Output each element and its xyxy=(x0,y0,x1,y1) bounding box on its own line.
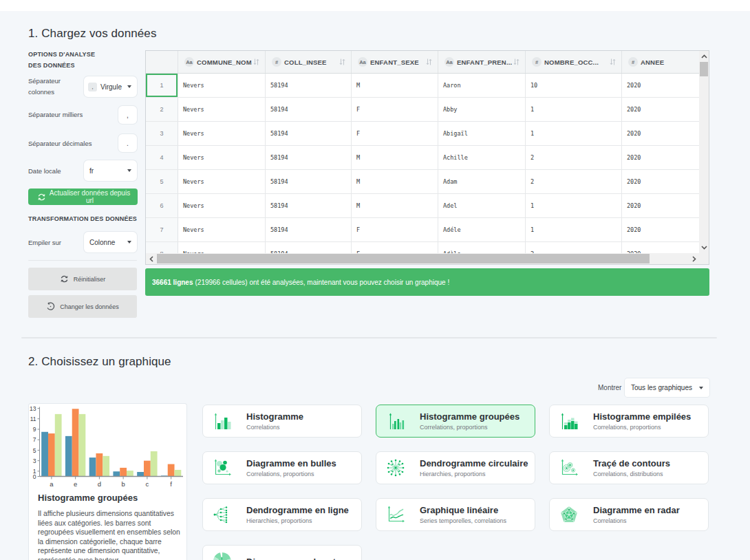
vertical-scrollbar[interactable] xyxy=(699,51,709,253)
table-cell[interactable]: Nevers xyxy=(178,74,266,97)
sort-icon[interactable] xyxy=(253,58,259,66)
table-cell[interactable]: Adel xyxy=(438,194,526,217)
table-cell[interactable]: 58194 xyxy=(266,242,352,254)
table-cell[interactable]: F xyxy=(352,122,438,145)
chart-card-histogramme-empil-es[interactable]: Histogramme empiléesCorrelations, propor… xyxy=(549,405,709,438)
vertical-scrollbar-thumb[interactable] xyxy=(700,62,708,76)
row-number-cell[interactable]: 1 xyxy=(146,74,178,97)
change-data-button[interactable]: Changer les données xyxy=(28,295,137,318)
table-cell[interactable]: 2020 xyxy=(622,242,700,254)
date-locale-select[interactable]: fr xyxy=(84,160,137,181)
table-cell[interactable]: 2020 xyxy=(622,218,700,241)
table-cell[interactable]: 58194 xyxy=(266,170,352,193)
table-cell[interactable]: 2020 xyxy=(622,194,700,217)
status-banner-text: (219966 cellules) ont été analysées, mai… xyxy=(195,279,449,286)
table-cell[interactable]: M xyxy=(352,170,438,193)
sort-icon[interactable] xyxy=(426,58,432,66)
table-cell[interactable]: 58194 xyxy=(266,98,352,121)
row-number-cell[interactable]: 7 xyxy=(146,218,178,241)
table-cell[interactable]: 2020 xyxy=(622,170,700,193)
table-cell[interactable]: Nevers xyxy=(178,218,266,241)
table-cell[interactable]: Abigaïl xyxy=(438,122,526,145)
chart-card-diagramme-en-bulles[interactable]: Diagramme en bullesCorrelations, proport… xyxy=(202,451,362,484)
chart-card-dendrogramme-en-ligne[interactable]: Dendrogramme en ligneHierarchies, propor… xyxy=(202,498,362,531)
table-cell[interactable]: F xyxy=(352,98,438,121)
chart-filter-select[interactable]: Tous les graphiques xyxy=(625,378,709,397)
table-cell[interactable]: Abby xyxy=(438,98,526,121)
stack-on-select[interactable]: Colonne xyxy=(84,232,137,252)
decimal-separator-input[interactable]: . xyxy=(118,134,137,152)
scroll-down-icon[interactable] xyxy=(699,244,709,252)
circular-dendrogram-icon xyxy=(385,457,406,478)
table-cell[interactable]: Nevers xyxy=(178,242,266,254)
table-cell[interactable]: F xyxy=(352,218,438,241)
sort-icon[interactable] xyxy=(339,58,345,66)
table-cell[interactable]: Nevers xyxy=(178,170,266,193)
column-header-enfantsexe[interactable]: AaENFANT_SEXE xyxy=(352,51,438,73)
column-separator-select[interactable]: , Virgule xyxy=(84,76,137,97)
column-header-annee[interactable]: #ANNEE xyxy=(622,51,700,73)
row-number-cell[interactable]: 6 xyxy=(146,194,178,217)
table-cell[interactable]: 2020 xyxy=(622,122,700,145)
row-number-cell[interactable]: 3 xyxy=(146,122,178,145)
table-cell[interactable]: Adéle xyxy=(438,218,526,241)
column-header-nombreocc[interactable]: #NOMBRE_OCC... xyxy=(526,51,622,73)
table-cell[interactable]: 2 xyxy=(526,242,622,254)
chart-card-tags: Correlations, proportions xyxy=(420,424,519,431)
table-cell[interactable]: M xyxy=(352,194,438,217)
column-header-enfantpren[interactable]: AaENFANT_PREN... xyxy=(438,51,526,73)
svg-text:11: 11 xyxy=(30,416,36,422)
table-cell[interactable]: 58194 xyxy=(266,218,352,241)
scroll-right-icon[interactable] xyxy=(690,253,698,264)
chart-card-diagramme-sunburst[interactable]: Diagramme sunburst xyxy=(202,545,362,560)
table-cell[interactable]: Aaron xyxy=(438,74,526,97)
chart-card-diagramme-en-radar[interactable]: Diagramme en radarCorrelations xyxy=(549,498,709,531)
table-cell[interactable]: 1 xyxy=(526,218,622,241)
table-cell[interactable]: 2020 xyxy=(622,98,700,121)
thousands-separator-input[interactable]: , xyxy=(118,106,137,124)
table-cell[interactable]: 2020 xyxy=(622,74,700,97)
chart-card-tra-de-contours[interactable]: Traçé de contoursCorrelations, distribut… xyxy=(549,451,709,484)
table-cell[interactable]: 10 xyxy=(526,74,622,97)
row-number-cell[interactable]: 2 xyxy=(146,98,178,121)
table-cell[interactable]: M xyxy=(352,74,438,97)
table-cell[interactable]: 2020 xyxy=(622,146,700,169)
table-cell[interactable]: Nevers xyxy=(178,146,266,169)
table-cell[interactable]: Nevers xyxy=(178,98,266,121)
horizontal-scrollbar[interactable] xyxy=(146,253,700,264)
chart-card-graphique-lin-aire[interactable]: Graphique linéaireSeries temporelles, co… xyxy=(376,498,535,531)
column-header-collinsee[interactable]: #COLL_INSEE xyxy=(266,51,352,73)
column-header-communenom[interactable]: AaCOMMUNE_NOM xyxy=(178,51,266,73)
table-cell[interactable]: Achille xyxy=(438,146,526,169)
scroll-up-icon[interactable] xyxy=(699,52,709,61)
row-number-cell[interactable]: 4 xyxy=(146,146,178,169)
horizontal-scrollbar-thumb[interactable] xyxy=(157,254,650,263)
table-cell[interactable]: M xyxy=(352,146,438,169)
status-banner: 36661 lignes (219966 cellules) ont été a… xyxy=(145,268,709,296)
table-cell[interactable]: 58194 xyxy=(266,146,352,169)
table-cell[interactable]: F xyxy=(352,242,438,254)
table-cell[interactable]: 58194 xyxy=(266,74,352,97)
table-cell[interactable]: Nevers xyxy=(178,122,266,145)
sort-icon[interactable] xyxy=(513,58,519,66)
refresh-data-url-button[interactable]: Actualiser données depuis url xyxy=(28,189,138,205)
scroll-left-icon[interactable] xyxy=(147,253,156,264)
row-number-cell[interactable]: 5 xyxy=(146,170,178,193)
table-cell[interactable]: Adam xyxy=(438,170,526,193)
table-cell[interactable]: 1 xyxy=(526,194,622,217)
chart-card-text: Diagramme en radarCorrelations xyxy=(593,505,680,524)
table-cell[interactable]: 58194 xyxy=(266,194,352,217)
table-cell[interactable]: 2 xyxy=(526,170,622,193)
sort-icon[interactable] xyxy=(610,58,616,66)
chart-card-histogramme[interactable]: HistogrammeCorrelations xyxy=(202,405,362,438)
table-cell[interactable]: Adèle xyxy=(438,242,526,254)
reset-button[interactable]: Réinitialiser xyxy=(28,268,137,290)
table-cell[interactable]: 1 xyxy=(526,122,622,145)
chart-card-dendrogramme-circulaire[interactable]: Dendrogramme circulaireHierarchies, prop… xyxy=(376,451,535,484)
table-cell[interactable]: Nevers xyxy=(178,194,266,217)
chart-card-histogramme-group-es[interactable]: Histogramme groupéesCorrelations, propor… xyxy=(376,405,535,438)
table-cell[interactable]: 2 xyxy=(526,146,622,169)
table-cell[interactable]: 58194 xyxy=(266,122,352,145)
table-cell[interactable]: 1 xyxy=(526,98,622,121)
row-number-cell[interactable]: 8 xyxy=(146,242,178,254)
